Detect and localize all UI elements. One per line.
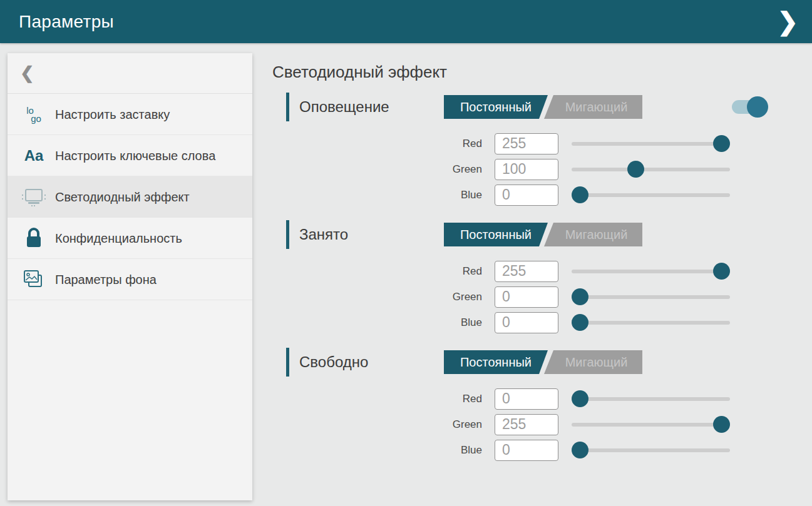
sidebar: ❮ logo Настроить заставку Aa Настроить к…	[8, 53, 252, 500]
channel-label: Red	[272, 138, 495, 150]
sidebar-item-label: Настроить ключевые слова	[55, 141, 224, 170]
blue-value-input[interactable]	[495, 440, 558, 461]
blue-slider[interactable]	[572, 442, 730, 458]
slider-track	[572, 321, 730, 325]
slider-thumb[interactable]	[572, 442, 588, 458]
logo-icon: logo	[20, 106, 48, 123]
sidebar-item-privacy[interactable]: Конфиденциальность	[8, 218, 252, 259]
mode-option-blinking[interactable]: Мигающий	[544, 350, 642, 374]
slider-track	[572, 423, 730, 427]
blue-slider[interactable]	[572, 314, 730, 331]
channel-label: Red	[272, 265, 495, 278]
green-value-input[interactable]	[495, 414, 558, 435]
slider-thumb[interactable]	[572, 314, 588, 331]
section-notification: Оповещение Постоянный Мигающий Red	[272, 93, 812, 208]
red-value-input[interactable]	[495, 133, 558, 154]
content-title: Светодиодный эффект	[272, 63, 812, 82]
slider-track	[572, 142, 730, 146]
sidebar-item-label: Конфиденциальность	[55, 224, 191, 253]
page-title: Параметры	[0, 12, 114, 32]
notification-toggle-switch[interactable]	[732, 96, 768, 118]
slider-thumb[interactable]	[572, 288, 588, 305]
mode-option-blinking[interactable]: Мигающий	[544, 223, 642, 246]
slider-thumb[interactable]	[627, 161, 644, 178]
section-label: Занято	[299, 226, 444, 243]
blue-value-input[interactable]	[495, 312, 558, 333]
sidebar-item-screensaver[interactable]: logo Настроить заставку	[8, 94, 252, 135]
blue-value-input[interactable]	[495, 185, 558, 206]
main-content: Светодиодный эффект Оповещение Постоянны…	[272, 43, 812, 506]
channel-row-green: Green	[272, 412, 812, 437]
red-value-input[interactable]	[495, 261, 558, 282]
section-accent-bar	[286, 220, 289, 249]
channel-label: Green	[272, 163, 495, 176]
sidebar-item-led-effect[interactable]: Светодиодный эффект	[8, 176, 252, 218]
section-label: Оповещение	[299, 98, 444, 116]
channel-row-red: Red	[272, 131, 812, 156]
blue-slider[interactable]	[572, 186, 730, 203]
section-label: Свободно	[299, 353, 444, 371]
channel-row-blue: Blue	[272, 310, 812, 335]
chevron-right-icon[interactable]: ❯	[763, 0, 812, 43]
slider-track	[572, 270, 730, 273]
slider-track	[572, 193, 730, 197]
sidebar-item-keywords[interactable]: Aa Настроить ключевые слова	[8, 135, 252, 176]
mode-option-blinking[interactable]: Мигающий	[544, 95, 642, 119]
red-value-input[interactable]	[495, 388, 558, 410]
sidebar-item-label: Светодиодный эффект	[55, 183, 198, 211]
slider-thumb[interactable]	[713, 263, 730, 280]
red-slider[interactable]	[572, 390, 730, 407]
section-busy: Занято Постоянный Мигающий Red Green	[272, 220, 812, 335]
red-slider[interactable]	[572, 263, 730, 280]
channel-row-green: Green	[272, 156, 812, 182]
header-bar: Параметры ❯	[0, 0, 812, 43]
slider-track	[572, 448, 730, 452]
green-slider[interactable]	[572, 161, 730, 178]
channel-row-red: Red	[272, 258, 812, 284]
red-slider[interactable]	[572, 135, 730, 152]
slider-track	[572, 168, 730, 171]
mode-option-constant[interactable]: Постоянный	[444, 223, 548, 246]
green-slider[interactable]	[572, 288, 730, 305]
channel-label: Green	[272, 418, 495, 431]
slider-thumb[interactable]	[713, 416, 730, 433]
toggle-knob	[747, 96, 768, 118]
channel-label: Green	[272, 291, 495, 303]
display-icon	[20, 186, 48, 208]
text-Aa-icon: Aa	[20, 147, 48, 164]
mode-segmented-control: Постоянный Мигающий	[444, 95, 642, 119]
sidebar-item-background[interactable]: Параметры фона	[8, 259, 252, 300]
images-icon	[20, 268, 48, 291]
sidebar-item-label: Параметры фона	[55, 265, 165, 294]
channel-row-green: Green	[272, 284, 812, 310]
settings-window: Параметры ❯ ❮ logo Настроить заставку Aa…	[0, 0, 812, 506]
mode-option-constant[interactable]: Постоянный	[444, 350, 548, 374]
green-value-input[interactable]	[495, 286, 558, 308]
slider-thumb[interactable]	[572, 390, 588, 407]
channel-label: Blue	[272, 444, 495, 457]
sidebar-item-label: Настроить заставку	[55, 100, 178, 129]
green-slider[interactable]	[572, 416, 730, 433]
channel-row-blue: Blue	[272, 437, 812, 463]
slider-track	[572, 397, 730, 401]
channel-row-red: Red	[272, 386, 812, 412]
channel-label: Blue	[272, 189, 495, 201]
section-accent-bar	[286, 348, 289, 377]
section-accent-bar	[286, 93, 289, 121]
mode-segmented-control: Постоянный Мигающий	[444, 223, 642, 246]
slider-track	[572, 295, 730, 299]
slider-thumb[interactable]	[713, 135, 730, 152]
sidebar-back-row[interactable]: ❮	[8, 53, 252, 94]
channel-label: Red	[272, 393, 495, 405]
chevron-left-icon: ❮	[8, 63, 34, 83]
section-free: Свободно Постоянный Мигающий Red Green	[272, 348, 812, 463]
slider-thumb[interactable]	[572, 186, 588, 203]
green-value-input[interactable]	[495, 159, 558, 180]
channel-label: Blue	[272, 316, 495, 329]
mode-segmented-control: Постоянный Мигающий	[444, 350, 642, 374]
lock-icon	[20, 226, 48, 250]
mode-option-constant[interactable]: Постоянный	[444, 95, 548, 119]
channel-row-blue: Blue	[272, 182, 812, 208]
